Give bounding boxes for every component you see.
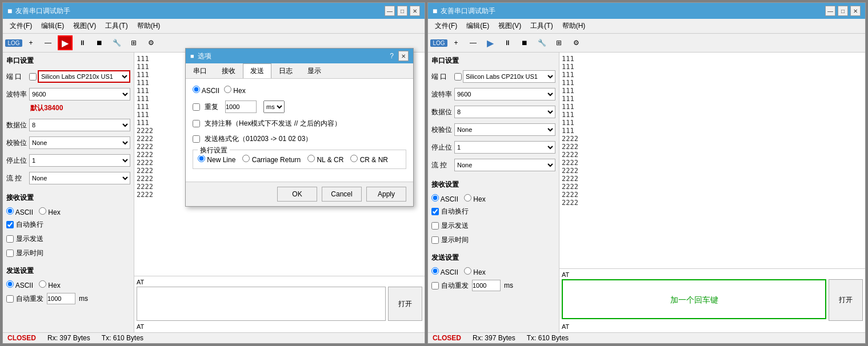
- menu-view-1[interactable]: 视图(V): [69, 20, 101, 32]
- dialog-ok-btn[interactable]: OK: [277, 187, 317, 202]
- parity-select-1[interactable]: None: [29, 136, 130, 149]
- menu-view-2[interactable]: 视图(V): [494, 20, 526, 32]
- stopbits-select-1[interactable]: 1: [29, 154, 130, 167]
- send-button-2[interactable]: 打开: [829, 279, 863, 321]
- port-select-1[interactable]: Silicon Labs CP210x US1: [38, 70, 130, 83]
- send-button-1[interactable]: 打开: [388, 287, 422, 321]
- dialog-tab-recv[interactable]: 接收: [214, 63, 243, 78]
- dialog-format-cb[interactable]: [193, 135, 200, 143]
- recv-ascii-radio-1[interactable]: [6, 207, 14, 215]
- menu-tools-2[interactable]: 工具(T): [526, 20, 557, 32]
- minimize-btn-2[interactable]: —: [825, 6, 835, 16]
- show-send-cb-2[interactable]: 显示发送: [431, 221, 555, 231]
- dialog-hex-label[interactable]: Hex: [224, 86, 246, 95]
- maximize-btn-2[interactable]: □: [838, 6, 848, 16]
- stopbits-select-2[interactable]: 1: [454, 141, 555, 154]
- toolbar-add-btn-2[interactable]: +: [449, 35, 463, 50]
- dialog-nl-newline-label[interactable]: New Line: [198, 155, 235, 164]
- close-btn-1[interactable]: ✕: [410, 6, 420, 16]
- menu-file-1[interactable]: 文件(F): [5, 20, 37, 32]
- send-hex-label-2[interactable]: Hex: [464, 267, 486, 276]
- toolbar-play-btn-1[interactable]: ▶: [58, 35, 73, 50]
- menu-help-2[interactable]: 帮助(H): [558, 20, 590, 32]
- dialog-comment-cb[interactable]: [193, 120, 200, 127]
- dialog-help-icon[interactable]: ?: [390, 52, 394, 60]
- toolbar-pause-btn-2[interactable]: ⏸: [500, 35, 515, 50]
- recv-hex-radio-1[interactable]: [39, 207, 46, 215]
- send-hex-label-1[interactable]: Hex: [39, 280, 61, 289]
- menu-help-1[interactable]: 帮助(H): [133, 20, 165, 32]
- send-input-1[interactable]: [137, 287, 386, 321]
- auto-newline-cb-1[interactable]: 自动换行: [6, 220, 130, 230]
- toolbar-addwin-btn-2[interactable]: ⊞: [551, 35, 566, 50]
- flow-select-2[interactable]: None: [454, 159, 555, 171]
- dialog-nl-crnr-radio[interactable]: [350, 155, 358, 162]
- show-time-cb-2[interactable]: 显示时间: [431, 235, 555, 245]
- send-hex-radio-1[interactable]: [39, 280, 46, 288]
- toolbar-play-btn-2[interactable]: ▶: [483, 35, 498, 50]
- show-send-cb-1[interactable]: 显示发送: [6, 234, 130, 244]
- toolbar-tool-btn-2[interactable]: 🔧: [534, 35, 549, 50]
- toolbar-connect-btn-1[interactable]: LOG: [6, 35, 21, 50]
- send-input-2[interactable]: [562, 279, 826, 319]
- menu-tools-1[interactable]: 工具(T): [101, 20, 132, 32]
- toolbar-settings-btn-2[interactable]: ⚙: [569, 35, 583, 50]
- recv-hex-label-2[interactable]: Hex: [464, 194, 486, 203]
- dialog-repeat-cb[interactable]: [193, 103, 200, 111]
- minimize-btn-1[interactable]: —: [385, 6, 395, 16]
- toolbar-stop-btn-1[interactable]: ⏹: [92, 35, 107, 50]
- toolbar-minus-btn-1[interactable]: —: [41, 35, 55, 50]
- recv-hex-radio-2[interactable]: [464, 194, 471, 202]
- databits-select-1[interactable]: 8: [29, 119, 130, 131]
- send-ascii-label-2[interactable]: ASCII: [431, 267, 458, 276]
- resend-interval-1[interactable]: [47, 293, 75, 304]
- dialog-apply-btn[interactable]: Apply: [366, 187, 406, 202]
- send-hex-radio-2[interactable]: [464, 267, 471, 275]
- dialog-nl-newline-radio[interactable]: [198, 155, 205, 162]
- recv-ascii-label-1[interactable]: ASCII: [6, 207, 33, 216]
- parity-select-2[interactable]: None: [454, 123, 555, 136]
- dialog-nl-cr-label[interactable]: Carriage Return: [242, 155, 301, 164]
- toolbar-settings-btn-1[interactable]: ⚙: [143, 35, 158, 50]
- dialog-nl-crnr-label[interactable]: CR & NR: [350, 155, 388, 164]
- auto-resend-cb-1[interactable]: 自动重发 ms: [6, 293, 130, 304]
- menu-file-2[interactable]: 文件(F): [430, 20, 462, 32]
- show-time-cb-1[interactable]: 显示时间: [6, 248, 130, 258]
- send-ascii-label-1[interactable]: ASCII: [6, 280, 33, 289]
- send-ascii-radio-1[interactable]: [6, 280, 14, 288]
- dialog-repeat-unit[interactable]: ms: [263, 100, 285, 113]
- toolbar-addwin-btn-1[interactable]: ⊞: [126, 35, 141, 50]
- databits-select-2[interactable]: 8: [454, 106, 555, 118]
- toolbar-tool-btn-1[interactable]: 🔧: [109, 35, 124, 50]
- menu-edit-1[interactable]: 编辑(E): [37, 20, 69, 32]
- dialog-nl-nlcr-radio[interactable]: [307, 155, 315, 162]
- dialog-ascii-radio[interactable]: [193, 86, 200, 93]
- dialog-tab-log[interactable]: 日志: [271, 63, 300, 78]
- maximize-btn-1[interactable]: □: [397, 6, 407, 16]
- dialog-cancel-btn[interactable]: Cancel: [322, 187, 362, 202]
- dialog-tab-send[interactable]: 发送: [243, 63, 271, 78]
- recv-ascii-radio-2[interactable]: [431, 194, 439, 202]
- send-ascii-radio-2[interactable]: [431, 267, 439, 275]
- dialog-nl-nlcr-label[interactable]: NL & CR: [307, 155, 343, 164]
- dialog-nl-cr-radio[interactable]: [242, 155, 250, 162]
- dialog-ascii-label[interactable]: ASCII: [193, 86, 219, 95]
- dialog-close-btn[interactable]: ✕: [398, 51, 409, 61]
- port-checkbox-1[interactable]: [29, 73, 37, 81]
- toolbar-add-btn-1[interactable]: +: [23, 35, 38, 50]
- dialog-hex-radio[interactable]: [224, 86, 231, 93]
- auto-resend-cb-2[interactable]: 自动重发 ms: [431, 280, 555, 291]
- baud-select-2[interactable]: 9600: [454, 88, 555, 100]
- port-select-2[interactable]: Silicon Labs CP210x US1: [463, 70, 555, 83]
- port-checkbox-2[interactable]: [454, 73, 462, 81]
- dialog-repeat-input[interactable]: [225, 100, 257, 113]
- resend-interval-2[interactable]: [472, 280, 501, 291]
- recv-hex-label-1[interactable]: Hex: [39, 207, 61, 216]
- toolbar-pause-btn-1[interactable]: ⏸: [75, 35, 90, 50]
- dialog-tab-serial[interactable]: 串口: [186, 63, 214, 78]
- close-btn-2[interactable]: ✕: [850, 6, 861, 16]
- toolbar-connect-btn-2[interactable]: LOG: [431, 35, 446, 50]
- auto-newline-cb-2[interactable]: 自动换行: [431, 207, 555, 216]
- baud-select-1[interactable]: 9600: [29, 88, 130, 100]
- toolbar-stop-btn-2[interactable]: ⏹: [517, 35, 532, 50]
